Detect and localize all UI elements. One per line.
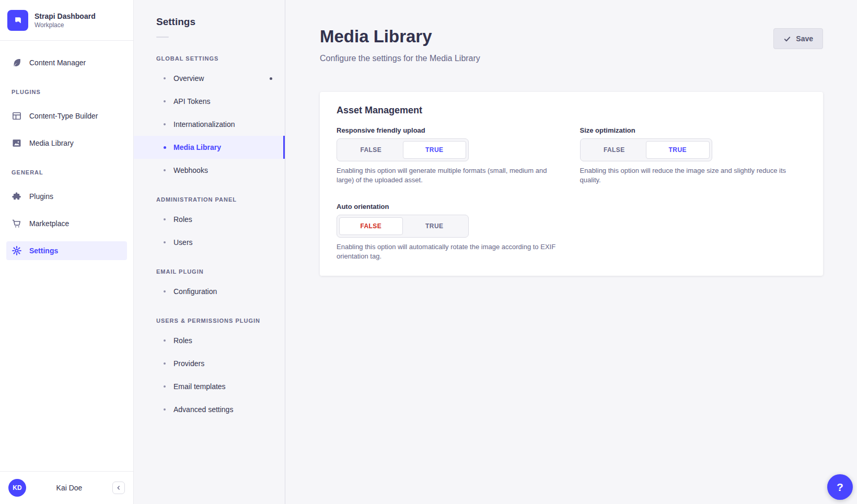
auto-orientation-false-option[interactable]: FALSE xyxy=(339,217,403,235)
settings-nav-item-label: Roles xyxy=(173,215,192,224)
user-footer: KD Kai Doe xyxy=(0,471,133,504)
page-subtitle: Configure the settings for the Media Lib… xyxy=(320,53,480,63)
settings-nav-sections: GLOBAL SETTINGSOverviewAPI TokensInterna… xyxy=(134,55,285,421)
collapse-sidebar-button[interactable] xyxy=(112,482,125,494)
check-icon xyxy=(783,35,791,43)
sidebar-item-label: Media Library xyxy=(29,139,74,147)
settings-nav-item-internationalization[interactable]: Internationalization xyxy=(134,113,285,136)
field-label: Size optimization xyxy=(580,126,807,134)
gear-icon xyxy=(11,245,22,256)
settings-nav-item-label: Overview xyxy=(173,74,204,83)
sidebar-item-marketplace[interactable]: Marketplace xyxy=(6,214,127,233)
nav-section-label-plugins: PLUGINS xyxy=(11,89,122,95)
main-content: Media Library Configure the settings for… xyxy=(285,0,857,504)
auto-orientation-toggle: FALSETRUE xyxy=(337,215,469,238)
settings-nav-section: ADMINISTRATION PANELRolesUsers xyxy=(134,196,285,254)
sidebar-item-label: Plugins xyxy=(29,192,53,201)
sidebar-item-settings[interactable]: Settings xyxy=(6,241,127,260)
sidebar-item-label: Marketplace xyxy=(29,219,69,228)
user-name: Kai Doe xyxy=(26,484,112,492)
avatar[interactable]: KD xyxy=(8,479,26,497)
page-title: Media Library xyxy=(320,27,480,46)
settings-nav-item-label: Configuration xyxy=(173,287,217,296)
image-icon xyxy=(11,138,22,148)
settings-nav-item-providers[interactable]: Providers xyxy=(134,352,285,375)
settings-nav-item-webhooks[interactable]: Webhooks xyxy=(134,159,285,182)
settings-nav-item-users[interactable]: Users xyxy=(134,231,285,254)
sidebar-item-content-manager[interactable]: Content Manager xyxy=(6,53,127,72)
settings-nav-item-api-tokens[interactable]: API Tokens xyxy=(134,90,285,113)
responsive-friendly-upload-false-option[interactable]: FALSE xyxy=(339,141,403,159)
settings-nav-section: GLOBAL SETTINGSOverviewAPI TokensInterna… xyxy=(134,55,285,182)
chevron-left-icon xyxy=(115,484,122,491)
app-window: Strapi Dashboard Workplace Content Manag… xyxy=(0,0,857,504)
settings-fields: Responsive friendly uploadFALSETRUEEnabl… xyxy=(337,126,806,261)
workplace-switcher[interactable]: Strapi Dashboard Workplace xyxy=(0,0,133,41)
settings-nav-title: Settings xyxy=(156,16,272,28)
settings-nav-item-configuration[interactable]: Configuration xyxy=(134,280,285,303)
settings-nav-item-label: Email templates xyxy=(173,382,226,391)
settings-nav-item-roles[interactable]: Roles xyxy=(134,208,285,231)
save-button-label: Save xyxy=(796,34,813,43)
field-label: Auto orientation xyxy=(337,203,563,210)
settings-nav-item-roles[interactable]: Roles xyxy=(134,329,285,352)
nav-section-label-general: GENERAL xyxy=(11,169,122,175)
main-nav: Content ManagerPLUGINSContent-Type Build… xyxy=(0,41,133,471)
field-auto-orientation: Auto orientationFALSETRUEEnabling this o… xyxy=(337,203,563,261)
settings-section-label-users-permissions-plugin: USERS & PERMISSIONS PLUGIN xyxy=(156,318,272,324)
asset-management-card: Asset Management Responsive friendly upl… xyxy=(320,92,823,276)
brand-text: Strapi Dashboard Workplace xyxy=(34,11,96,29)
sidebar-item-media-library[interactable]: Media Library xyxy=(6,134,127,153)
brand-subtitle: Workplace xyxy=(34,21,96,29)
sidebar-item-label: Settings xyxy=(29,247,58,255)
settings-nav-item-email-templates[interactable]: Email templates xyxy=(134,375,285,398)
settings-section-label-global-settings: GLOBAL SETTINGS xyxy=(156,55,272,62)
field-description: Enabling this option will automatically … xyxy=(337,242,562,261)
pen-icon xyxy=(11,57,22,68)
settings-nav-header: Settings xyxy=(134,0,285,38)
strapi-logo-icon xyxy=(7,10,28,31)
sidebar-item-label: Content-Type Builder xyxy=(29,112,98,120)
settings-nav-item-overview[interactable]: Overview xyxy=(134,67,285,90)
settings-nav-section: USERS & PERMISSIONS PLUGINRolesProviders… xyxy=(134,318,285,421)
save-button[interactable]: Save xyxy=(773,28,823,49)
main-sidebar: Strapi Dashboard Workplace Content Manag… xyxy=(0,0,134,504)
card-title: Asset Management xyxy=(337,104,806,116)
responsive-friendly-upload-toggle: FALSETRUE xyxy=(337,138,469,161)
settings-nav-item-label: Webhooks xyxy=(173,166,208,174)
puzzle-icon xyxy=(11,191,22,202)
sidebar-item-content-type-builder[interactable]: Content-Type Builder xyxy=(6,107,127,125)
page-header: Media Library Configure the settings for… xyxy=(320,27,823,63)
settings-nav-item-label: Roles xyxy=(173,336,192,345)
settings-nav-item-advanced-settings[interactable]: Advanced settings xyxy=(134,398,285,421)
settings-nav-item-label: Internationalization xyxy=(173,120,235,128)
size-optimization-false-option[interactable]: FALSE xyxy=(583,141,646,159)
settings-nav-item-label: API Tokens xyxy=(173,97,211,106)
responsive-friendly-upload-true-option[interactable]: TRUE xyxy=(403,141,467,159)
field-description: Enabling this option will reduce the ima… xyxy=(580,166,806,185)
divider xyxy=(156,37,169,38)
help-button[interactable]: ? xyxy=(827,474,853,500)
sidebar-item-plugins[interactable]: Plugins xyxy=(6,187,127,206)
settings-nav-item-label: Media Library xyxy=(173,143,221,151)
layout-icon xyxy=(11,111,22,121)
field-label: Responsive friendly upload xyxy=(337,126,563,134)
settings-section-label-email-plugin: EMAIL PLUGIN xyxy=(156,268,272,275)
settings-nav-item-label: Providers xyxy=(173,359,204,368)
settings-nav-item-label: Advanced settings xyxy=(173,405,233,414)
settings-nav-item-media-library[interactable]: Media Library xyxy=(134,136,285,159)
settings-sidebar: Settings GLOBAL SETTINGSOverviewAPI Toke… xyxy=(134,0,285,504)
size-optimization-toggle: FALSETRUE xyxy=(580,138,712,161)
notification-dot xyxy=(270,77,272,80)
cart-icon xyxy=(11,218,22,229)
size-optimization-true-option[interactable]: TRUE xyxy=(646,141,710,159)
field-description: Enabling this option will generate multi… xyxy=(337,166,562,185)
settings-section-label-administration-panel: ADMINISTRATION PANEL xyxy=(156,196,272,203)
auto-orientation-true-option[interactable]: TRUE xyxy=(403,217,467,235)
field-responsive-friendly-upload: Responsive friendly uploadFALSETRUEEnabl… xyxy=(337,126,563,185)
settings-nav-item-label: Users xyxy=(173,238,193,247)
settings-nav-section: EMAIL PLUGINConfiguration xyxy=(134,268,285,303)
brand-title: Strapi Dashboard xyxy=(34,11,96,21)
page-title-block: Media Library Configure the settings for… xyxy=(320,27,480,63)
sidebar-item-label: Content Manager xyxy=(29,58,86,67)
